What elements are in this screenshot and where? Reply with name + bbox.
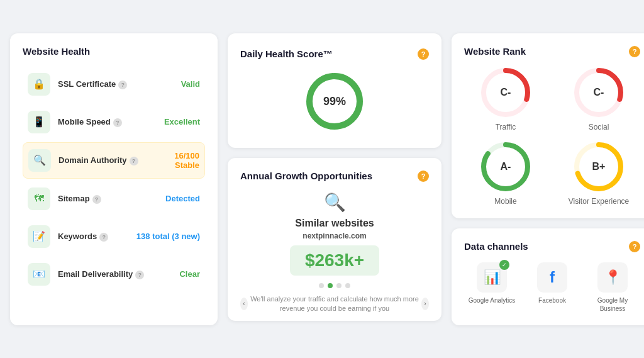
googleanalytics-icon: 📊 <box>484 269 501 286</box>
rank-grade-0: C- <box>501 87 511 98</box>
channel-grid: 📊 ✓ Google Analytics f Facebook 📍 Google… <box>464 262 640 313</box>
health-item-5-info[interactable]: ? <box>135 271 144 279</box>
channel-label-0: Google Analytics <box>469 296 516 305</box>
rank-donut-1: C- <box>574 67 624 118</box>
googlemybusiness-icon: 📍 <box>604 269 621 286</box>
rank-grade-2: A- <box>501 161 511 172</box>
website-rank-card: Website Rank ? C- Traffic C- Social <box>452 33 644 218</box>
growth-domain: nextpinnacle.com <box>240 232 429 240</box>
daily-health-score-title: Daily Health Score™ ? <box>240 48 429 60</box>
data-channels-card: Data channels ? 📊 ✓ Google Analytics f F… <box>452 228 644 325</box>
website-rank-info-icon[interactable]: ? <box>629 46 640 57</box>
rank-grade-1: C- <box>594 87 604 98</box>
channel-item-2[interactable]: 📍 Google My Business <box>585 262 640 313</box>
health-item-4-info[interactable]: ? <box>99 233 108 242</box>
annual-growth-info-icon[interactable]: ? <box>418 171 429 182</box>
rank-item-mobile: A- Mobile <box>464 142 547 206</box>
channel-label-1: Facebook <box>538 296 566 305</box>
channel-item-0[interactable]: 📊 ✓ Google Analytics <box>464 262 519 313</box>
health-score-value: 99% <box>323 94 346 108</box>
rank-label-0: Traffic <box>496 123 516 131</box>
carousel-arrows: ‹ We'll analyze your traffic and calcula… <box>240 294 429 314</box>
growth-heading: Similar websites <box>240 218 429 229</box>
channel-icon-wrap-0: 📊 ✓ <box>477 262 507 293</box>
health-item-4[interactable]: 📝Keywords?138 total (3 new) <box>23 219 205 254</box>
website-health-card: Website Health 🔒SSL Certificate?Valid📱Mo… <box>10 33 218 325</box>
dot-1[interactable] <box>319 283 324 288</box>
dashboard: Website Health 🔒SSL Certificate?Valid📱Mo… <box>10 33 634 325</box>
daily-health-score-card: Daily Health Score™ ? 99% <box>228 33 441 148</box>
health-item-3-label: Sitemap? <box>58 194 165 204</box>
rank-donut-3: B+ <box>574 142 624 192</box>
health-score-donut: 99% <box>303 70 366 133</box>
dot-3[interactable] <box>336 283 341 288</box>
channel-label-2: Google My Business <box>585 296 640 313</box>
daily-health-score-info-icon[interactable]: ? <box>418 48 429 60</box>
channel-connected-badge-0: ✓ <box>499 260 509 270</box>
health-item-1-icon: 📱 <box>28 111 50 133</box>
health-item-2[interactable]: 🔍Domain Authority?16/100Stable <box>23 142 205 179</box>
health-item-3-value: Detected <box>165 194 200 203</box>
health-item-0-info[interactable]: ? <box>118 81 127 89</box>
health-item-0-value: Valid <box>181 79 200 89</box>
carousel-prev-button[interactable]: ‹ <box>240 298 248 310</box>
health-item-5-label: Email Deliverability? <box>58 269 179 279</box>
rank-item-social: C- Social <box>557 67 640 131</box>
rank-label-1: Social <box>589 123 609 131</box>
rank-item-traffic: C- Traffic <box>464 67 547 131</box>
annual-growth-title: Annual Growth Opportunities ? <box>240 171 429 182</box>
health-item-3-info[interactable]: ? <box>92 195 101 204</box>
website-rank-title: Website Rank ? <box>464 46 640 57</box>
health-item-0[interactable]: 🔒SSL Certificate?Valid <box>23 67 205 102</box>
health-item-0-label: SSL Certificate? <box>58 79 181 89</box>
channel-item-1[interactable]: f Facebook <box>525 262 580 313</box>
health-item-2-info[interactable]: ? <box>130 157 138 165</box>
dot-4[interactable] <box>345 283 350 288</box>
health-item-4-label: Keywords? <box>58 232 136 242</box>
data-channels-info-icon[interactable]: ? <box>629 241 640 252</box>
annual-growth-card: Annual Growth Opportunities ? 🔍 Similar … <box>228 158 441 322</box>
data-channels-title: Data channels ? <box>464 241 640 252</box>
rank-grid: C- Traffic C- Social A- Mobile B+ <box>464 67 640 206</box>
growth-description: We'll analyze your traffic and calculate… <box>248 294 421 314</box>
health-item-5-icon: 📧 <box>28 263 50 286</box>
health-item-2-icon: 🔍 <box>28 149 51 172</box>
channel-icon-wrap-1: f <box>537 262 567 293</box>
rank-item-visitor-experience: B+ Visitor Experience <box>557 142 640 206</box>
rank-donut-2: A- <box>480 142 531 192</box>
rank-donut-0: C- <box>480 67 531 118</box>
health-item-5-value: Clear <box>179 269 200 279</box>
rank-label-2: Mobile <box>494 197 516 206</box>
middle-column: Daily Health Score™ ? 99% Annual Gr <box>228 33 441 325</box>
health-item-3-icon: 🗺 <box>28 187 50 210</box>
growth-value: $263k+ <box>290 245 379 276</box>
right-column: Website Rank ? C- Traffic C- Social <box>452 33 644 325</box>
health-item-2-value: 16/100Stable <box>174 151 199 170</box>
health-item-1[interactable]: 📱Mobile Speed?Excellent <box>23 104 205 140</box>
health-item-5[interactable]: 📧Email Deliverability?Clear <box>23 257 205 292</box>
website-health-title: Website Health <box>23 46 205 57</box>
health-item-1-value: Excellent <box>164 117 200 126</box>
health-item-4-icon: 📝 <box>28 225 50 248</box>
health-item-2-label: Domain Authority? <box>58 155 174 165</box>
rank-label-3: Visitor Experience <box>569 197 630 206</box>
growth-carousel-dots <box>240 283 429 288</box>
growth-search-icon: 🔍 <box>240 192 429 213</box>
health-item-3[interactable]: 🗺Sitemap?Detected <box>23 181 205 216</box>
health-item-0-icon: 🔒 <box>28 73 50 96</box>
health-item-list: 🔒SSL Certificate?Valid📱Mobile Speed?Exce… <box>23 67 205 292</box>
health-item-4-value: 138 total (3 new) <box>136 232 200 241</box>
carousel-next-button[interactable]: › <box>421 298 429 310</box>
dot-2[interactable] <box>328 283 333 288</box>
health-item-1-info[interactable]: ? <box>113 118 122 127</box>
health-item-1-label: Mobile Speed? <box>58 117 164 127</box>
channel-icon-wrap-2: 📍 <box>597 262 628 293</box>
rank-grade-3: B+ <box>592 161 606 172</box>
facebook-icon: f <box>550 269 555 286</box>
